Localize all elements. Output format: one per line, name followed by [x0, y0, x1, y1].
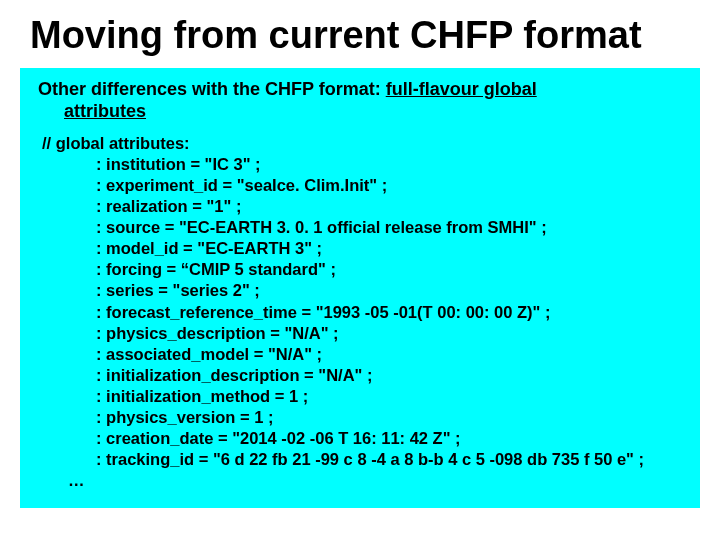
attr-line: : institution = "IC 3" ;	[38, 154, 686, 175]
attr-line: : forcing = “CMIP 5 standard" ;	[38, 259, 686, 280]
attr-line: : forecast_reference_time = "1993 -05 -0…	[38, 302, 686, 323]
attr-line: : tracking_id = "6 d 22 fb 21 -99 c 8 -4…	[38, 449, 686, 470]
attr-line: : initialization_method = 1 ;	[38, 386, 686, 407]
code-comment: // global attributes:	[38, 133, 686, 154]
attr-line: : creation_date = "2014 -02 -06 T 16: 11…	[38, 428, 686, 449]
slide: Moving from current CHFP format Other di…	[0, 0, 720, 540]
subheading: Other differences with the CHFP format: …	[34, 78, 686, 123]
attr-line: : experiment_id = "seaIce. Clim.Init" ;	[38, 175, 686, 196]
ellipsis: …	[38, 470, 686, 491]
attr-line: : model_id = "EC-EARTH 3" ;	[38, 238, 686, 259]
content-panel: Other differences with the CHFP format: …	[20, 68, 700, 508]
attr-line: : physics_version = 1 ;	[38, 407, 686, 428]
subhead-prefix: Other differences with the CHFP format:	[38, 79, 386, 99]
slide-title: Moving from current CHFP format	[0, 0, 720, 68]
attr-line: : realization = "1" ;	[38, 196, 686, 217]
attr-line: : physics_description = "N/A" ;	[38, 323, 686, 344]
subhead-underline-1: full-flavour global	[386, 79, 537, 99]
attributes-block: // global attributes: : institution = "I…	[34, 133, 686, 492]
attr-line: : associated_model = "N/A" ;	[38, 344, 686, 365]
attr-line: : source = "EC-EARTH 3. 0. 1 official re…	[38, 217, 686, 238]
attr-line: : series = "series 2" ;	[38, 280, 686, 301]
subhead-underline-2: attributes	[38, 100, 686, 123]
attr-line: : initialization_description = "N/A" ;	[38, 365, 686, 386]
